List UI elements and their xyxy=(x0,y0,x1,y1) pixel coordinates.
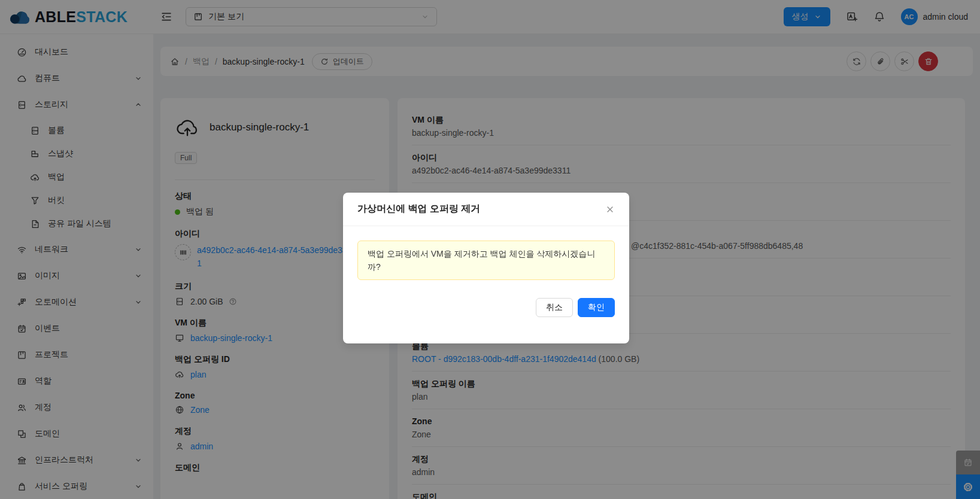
modal-title: 가상머신에 백업 오퍼링 제거 xyxy=(357,203,480,215)
remove-backup-offering-modal: 가상머신에 백업 오퍼링 제거 백업 오퍼링에서 VM을 제거하고 백업 체인을… xyxy=(343,193,629,343)
confirm-message-alert: 백업 오퍼링에서 VM을 제거하고 백업 체인을 삭제하시겠습니까? xyxy=(357,241,615,280)
cancel-button[interactable]: 취소 xyxy=(536,298,573,317)
close-icon[interactable] xyxy=(605,205,615,214)
ok-button[interactable]: 확인 xyxy=(578,298,615,317)
